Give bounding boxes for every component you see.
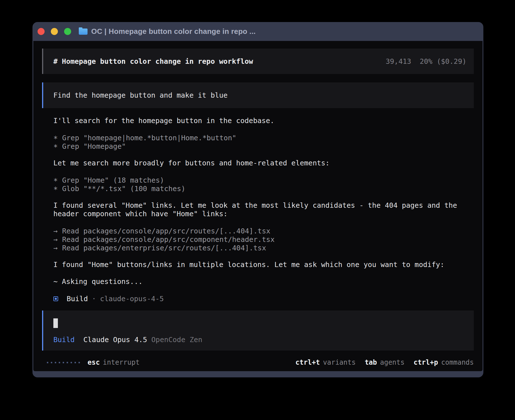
context-usage: 20% ($0.29) <box>420 57 466 65</box>
provider-label: OpenCode Zen <box>151 336 202 344</box>
shortcut-variants: ctrl+tvariants <box>295 358 355 366</box>
tool-label: Grep "Homepage" <box>62 142 126 150</box>
folder-icon <box>79 29 88 35</box>
user-message: Find the homepage button and make it blu… <box>42 82 474 108</box>
shortcut-label: agents <box>380 358 405 366</box>
tool-call-group: →Read packages/console/app/src/routes/[.… <box>53 227 474 252</box>
spinner-dot <box>75 362 76 363</box>
assistant-text: I'll search for the homepage button in t… <box>53 117 474 125</box>
close-button[interactable] <box>38 28 45 35</box>
conversation: I'll search for the homepage button in t… <box>42 117 474 303</box>
tool-call: →Read packages/enterprise/src/routes/[..… <box>53 244 474 252</box>
tool-label: Read packages/enterprise/src/routes/[...… <box>62 244 266 252</box>
window-titlebar[interactable]: OC | Homepage button color change in rep… <box>33 22 483 41</box>
fullscreen-button[interactable] <box>64 28 71 35</box>
spinner-dot <box>63 362 64 363</box>
assistant-text: I found "Home" buttons/links in multiple… <box>53 261 474 269</box>
spinner-dot <box>51 362 52 363</box>
window-title: OC | Homepage button color change in rep… <box>91 27 256 36</box>
spinner-dot <box>71 362 72 363</box>
agent-name: Build <box>67 295 88 303</box>
spinner-dot <box>47 362 48 363</box>
tool-call: *Grep "Homepage" <box>53 142 474 150</box>
stats-gap <box>411 57 420 65</box>
arrow-icon: → <box>53 244 62 252</box>
agent-task: Build·claude-opus-4-5 <box>53 294 474 303</box>
session-stats: 39,413 20% ($0.29) <box>386 57 466 65</box>
dot-separator: · <box>92 295 96 303</box>
esc-key-hint: esc <box>88 358 100 366</box>
shortcut-key: ctrl+t <box>295 358 320 366</box>
tool-call: →Read packages/console/app/src/component… <box>53 235 474 244</box>
spinner-dot <box>67 362 68 363</box>
token-count: 39,413 <box>386 57 411 65</box>
session-header: # Homepage button color change in repo w… <box>42 49 474 74</box>
app-window: OC | Homepage button color change in rep… <box>32 22 483 377</box>
interrupt-label: interrupt <box>103 358 139 366</box>
prompt-input[interactable]: Build Claude Opus 4.5 OpenCode Zen <box>42 310 474 351</box>
model-label[interactable]: Claude Opus 4.5 <box>83 336 147 344</box>
shortcut-label: commands <box>441 358 474 366</box>
spinner-dot <box>78 362 80 363</box>
input-meta: Build Claude Opus 4.5 OpenCode Zen <box>53 336 464 344</box>
terminal-content: # Homepage button color change in repo w… <box>33 41 483 371</box>
arrow-icon: → <box>53 227 62 235</box>
assistant-text: ~ Asking questions... <box>53 277 474 286</box>
text-cursor <box>53 318 58 328</box>
tool-call-group: *Grep "homepage|home.*button|Home.*butto… <box>53 134 474 150</box>
shortcut-agents: tabagents <box>365 358 405 366</box>
asterisk-icon: * <box>53 135 62 143</box>
minimize-button[interactable] <box>51 28 58 35</box>
tool-call: *Glob "**/*.tsx" (100 matches) <box>53 184 474 193</box>
tool-label: Read packages/console/app/src/routes/[..… <box>62 227 270 235</box>
session-title: # Homepage button color change in repo w… <box>53 57 253 65</box>
tool-label: Grep "Home" (18 matches) <box>62 176 164 184</box>
asterisk-icon: * <box>53 177 62 185</box>
tool-call: →Read packages/console/app/src/routes/[.… <box>53 227 474 235</box>
agent-build-icon <box>53 296 58 301</box>
status-bar: esc interrupt ctrl+tvariantstabagentsctr… <box>42 358 474 367</box>
user-message-text: Find the homepage button and make it blu… <box>53 91 228 99</box>
shortcut-key: ctrl+p <box>414 358 438 366</box>
tool-label: Grep "homepage|home.*button|Home.*button… <box>62 134 236 142</box>
asterisk-icon: * <box>53 185 62 194</box>
tool-call: *Grep "homepage|home.*button|Home.*butto… <box>53 134 474 142</box>
traffic-lights <box>38 28 71 35</box>
spinner-dot <box>55 362 56 363</box>
shortcut-key: tab <box>365 358 377 366</box>
asterisk-icon: * <box>53 143 62 152</box>
tool-label: Glob "**/*.tsx" (100 matches) <box>62 185 186 193</box>
status-shortcuts: ctrl+tvariantstabagentsctrl+pcommands <box>295 358 474 366</box>
spinner-dot <box>59 362 60 363</box>
shortcut-commands: ctrl+pcommands <box>414 358 474 366</box>
arrow-icon: → <box>53 235 62 244</box>
tool-label: Read packages/console/app/src/component/… <box>62 235 275 244</box>
shortcut-label: variants <box>323 358 356 366</box>
status-left: esc interrupt <box>47 358 139 366</box>
assistant-text: Let me search more broadly for buttons a… <box>53 159 474 167</box>
spinner-dots <box>47 362 80 363</box>
tool-call: *Grep "Home" (18 matches) <box>53 176 474 184</box>
assistant-text: I found several "Home" links. Let me loo… <box>53 201 474 218</box>
agent-mode-label[interactable]: Build <box>53 336 75 344</box>
agent-model: claude-opus-4-5 <box>100 295 164 303</box>
tool-call-group: *Grep "Home" (18 matches)*Glob "**/*.tsx… <box>53 176 474 193</box>
